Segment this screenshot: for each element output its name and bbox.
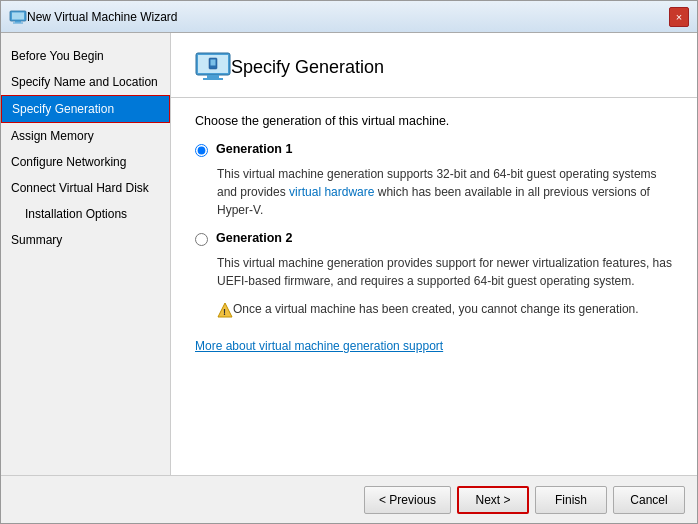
body-section: Choose the generation of this virtual ma… xyxy=(171,98,697,475)
header-icon xyxy=(195,49,231,85)
svg-rect-3 xyxy=(13,22,23,23)
sidebar-item-installation-options[interactable]: Installation Options xyxy=(1,201,170,227)
window-icon xyxy=(9,8,27,26)
sidebar-item-assign-memory[interactable]: Assign Memory xyxy=(1,123,170,149)
gen2-label[interactable]: Generation 2 xyxy=(216,231,292,245)
gen1-radio[interactable] xyxy=(195,144,208,157)
warning-row: ! Once a virtual machine has been create… xyxy=(217,302,673,318)
more-info-link[interactable]: More about virtual machine generation su… xyxy=(195,339,443,353)
sidebar-item-configure-networking[interactable]: Configure Networking xyxy=(1,149,170,175)
gen1-desc: This virtual machine generation supports… xyxy=(217,165,673,219)
svg-rect-9 xyxy=(211,60,216,66)
title-bar-text: New Virtual Machine Wizard xyxy=(27,10,669,24)
sidebar-item-summary[interactable]: Summary xyxy=(1,227,170,253)
title-bar: New Virtual Machine Wizard × xyxy=(1,1,697,33)
sidebar-item-before-you-begin[interactable]: Before You Begin xyxy=(1,43,170,69)
svg-rect-1 xyxy=(12,12,24,19)
bottom-bar: < Previous Next > Finish Cancel xyxy=(1,475,697,523)
wizard-window: New Virtual Machine Wizard × Before You … xyxy=(0,0,698,524)
warning-icon: ! xyxy=(217,302,233,318)
svg-rect-6 xyxy=(207,75,219,78)
gen2-radio[interactable] xyxy=(195,233,208,246)
page-title: Specify Generation xyxy=(231,57,384,78)
cancel-button[interactable]: Cancel xyxy=(613,486,685,514)
gen2-option-row: Generation 2 xyxy=(195,231,673,246)
svg-text:!: ! xyxy=(223,307,226,317)
gen1-option-row: Generation 1 xyxy=(195,142,673,157)
sidebar-item-specify-generation[interactable]: Specify Generation xyxy=(1,95,170,123)
sidebar-item-connect-vhd[interactable]: Connect Virtual Hard Disk xyxy=(1,175,170,201)
body-subtitle: Choose the generation of this virtual ma… xyxy=(195,114,673,128)
finish-button[interactable]: Finish xyxy=(535,486,607,514)
svg-rect-10 xyxy=(210,66,216,67)
warning-text: Once a virtual machine has been created,… xyxy=(233,302,639,316)
main-area: Specify Generation Choose the generation… xyxy=(171,33,697,475)
header-section: Specify Generation xyxy=(171,33,697,98)
gen1-desc-link[interactable]: virtual hardware xyxy=(289,185,374,199)
sidebar-item-specify-name-location[interactable]: Specify Name and Location xyxy=(1,69,170,95)
svg-rect-2 xyxy=(15,21,21,23)
wizard-content: Before You Begin Specify Name and Locati… xyxy=(1,33,697,475)
next-button[interactable]: Next > xyxy=(457,486,529,514)
sidebar: Before You Begin Specify Name and Locati… xyxy=(1,33,171,475)
footer-link-container: More about virtual machine generation su… xyxy=(195,338,673,353)
close-button[interactable]: × xyxy=(669,7,689,27)
gen1-label[interactable]: Generation 1 xyxy=(216,142,292,156)
svg-rect-7 xyxy=(203,78,223,80)
gen2-desc: This virtual machine generation provides… xyxy=(217,254,673,290)
previous-button[interactable]: < Previous xyxy=(364,486,451,514)
